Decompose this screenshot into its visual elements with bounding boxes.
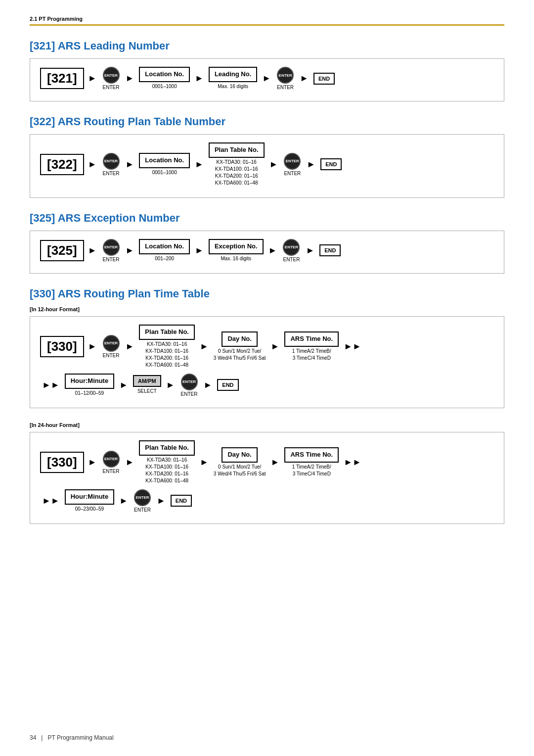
code-330-12hr: [330] <box>40 336 84 357</box>
code-330-24hr: [330] <box>40 452 84 473</box>
arrow-325-1: ► <box>88 245 97 256</box>
location-no-322-label: Location No. <box>139 153 190 168</box>
enter-label-330-12hr-a: ENTER <box>103 353 120 358</box>
hour-minute-330-24hr: Hour:Minute 00–23/00–59 <box>65 489 115 513</box>
location-no-321-label: Location No. <box>139 67 190 82</box>
leading-no-321: Leading No. Max. 16 digits <box>209 67 257 90</box>
ars-time-no-330-24hr-hint: 1 TimeA/2 TimeB/3 TimeC/4 TimeD <box>292 464 331 477</box>
hour-minute-330-24hr-hint: 00–23/00–59 <box>75 506 104 513</box>
day-no-330-12hr: Day No. 0 Sun/1 Mon/2 Tue/3 Wed/4 Thu/5 … <box>214 331 266 362</box>
hour-minute-330-24hr-label: Hour:Minute <box>65 489 115 505</box>
end-321: END <box>313 73 335 85</box>
arrow-5: ► <box>300 73 309 84</box>
enter-circle-321b: ENTER <box>277 67 294 84</box>
page-footer: 34 | PT Programming Manual <box>30 734 114 741</box>
exception-no-325-hint: Max. 16 digits <box>221 255 251 262</box>
arrow-322-3: ► <box>195 159 204 170</box>
day-no-330-24hr-label: Day No. <box>222 447 257 463</box>
enter-btn-321b: ENTER ENTER <box>277 67 294 90</box>
enter-circle-325a: ENTER <box>103 239 120 256</box>
enter-label-330-24hr-b: ENTER <box>134 507 151 513</box>
enter-btn-322a: ENTER ENTER <box>103 153 120 176</box>
section-330-title: [330] ARS Routing Plan Time Table <box>30 287 504 300</box>
arrow-330-24hr-1: ► <box>88 457 97 468</box>
enter-circle-330-12hr-b: ENTER <box>181 374 198 390</box>
arrow-330-12hr-1: ► <box>88 341 97 352</box>
plan-table-no-322: Plan Table No. KX-TDA30: 01–16KX-TDA100:… <box>209 142 265 187</box>
flow-row-330-12hr-1: [330] ► ENTER ENTER ► Plan Table No. KX-… <box>40 325 494 369</box>
day-no-330-12hr-hint: 0 Sun/1 Mon/2 Tue/3 Wed/4 Thu/5 Fri/6 Sa… <box>214 348 266 362</box>
enter-circle-325b: ENTER <box>283 239 300 256</box>
enter-label-321a: ENTER <box>103 85 120 90</box>
section-330-24hr-diagram: [330] ► ENTER ENTER ► Plan Table No. KX-… <box>30 432 504 524</box>
arrow-double-330-24hr-2: ►► <box>42 496 60 506</box>
enter-label-321b: ENTER <box>277 85 294 90</box>
section-330: [330] ARS Routing Plan Time Table [In 12… <box>30 287 504 524</box>
plan-table-no-330-24hr-hint: KX-TDA30: 01–16KX-TDA100: 01–16KX-TDA200… <box>145 457 188 484</box>
arrow-1: ► <box>88 73 97 84</box>
enter-circle-330-12hr-a: ENTER <box>103 335 120 352</box>
end-325: END <box>319 244 341 256</box>
arrow-330-12hr-4: ► <box>271 341 280 352</box>
ars-time-no-330-12hr-hint: 1 TimeA/2 TimeB/3 TimeC/4 TimeD <box>292 348 331 362</box>
select-ampm-330-12hr-box: AM/PM <box>133 375 161 387</box>
arrow-330-12hr-7: ► <box>204 380 213 390</box>
select-ampm-330-12hr-hint: SELECT <box>137 388 157 395</box>
enter-circle-322a: ENTER <box>103 153 120 170</box>
code-322: [322] <box>40 154 84 175</box>
enter-label-322a: ENTER <box>103 171 120 176</box>
exception-no-325-label: Exception No. <box>209 239 264 254</box>
arrow-330-24hr-4: ► <box>271 457 280 468</box>
arrow-3: ► <box>195 73 204 84</box>
flow-row-322: [322] ► ENTER ENTER ► Location No. 0001–… <box>40 142 494 187</box>
end-322: END <box>320 158 342 170</box>
section-321-title: [321] ARS Leading Number <box>30 40 504 52</box>
leading-no-321-label: Leading No. <box>209 67 257 82</box>
enter-btn-330-12hr-a: ENTER ENTER <box>103 335 120 358</box>
section-321-diagram: [321] ► ENTER ENTER ► Location No. 0001–… <box>30 58 504 101</box>
section-label: 2.1 PT Programming <box>30 16 83 22</box>
arrow-2: ► <box>126 73 134 84</box>
enter-btn-325b: ENTER ENTER <box>283 239 300 262</box>
arrow-330-24hr-2: ► <box>126 457 134 468</box>
day-no-330-12hr-label: Day No. <box>222 331 257 347</box>
location-no-322: Location No. 0001–1000 <box>139 153 190 176</box>
code-325: [325] <box>40 240 84 261</box>
sub-label-24hr: [In 24-hour Format] <box>30 422 504 428</box>
arrow-330-24hr-6: ► <box>157 496 166 506</box>
enter-label-330-12hr-b: ENTER <box>181 391 198 397</box>
plan-table-no-330-12hr: Plan Table No. KX-TDA30: 01–16KX-TDA100:… <box>139 325 195 369</box>
arrow-double-330-12hr-1: ►► <box>344 341 361 352</box>
select-ampm-330-12hr: AM/PM SELECT <box>133 375 161 395</box>
enter-btn-322b: ENTER ENTER <box>284 153 301 176</box>
plan-table-no-330-12hr-label: Plan Table No. <box>139 325 195 340</box>
enter-circle-321a: ENTER <box>103 67 120 84</box>
hour-minute-330-12hr-hint: 01–12/00–59 <box>75 390 104 397</box>
arrow-325-5: ► <box>306 245 314 256</box>
arrow-330-24hr-5: ► <box>119 496 128 506</box>
enter-label-325a: ENTER <box>103 257 120 262</box>
plan-table-no-330-24hr-label: Plan Table No. <box>139 440 195 456</box>
arrow-330-24hr-3: ► <box>200 457 209 468</box>
plan-table-no-322-hint: KX-TDA30: 01–16KX-TDA100: 01–16KX-TDA200… <box>215 159 258 187</box>
arrow-330-12hr-2: ► <box>126 341 134 352</box>
enter-label-322b: ENTER <box>284 171 301 176</box>
exception-no-325: Exception No. Max. 16 digits <box>209 239 264 262</box>
end-330-12hr-box: END <box>217 379 238 391</box>
flow-row-321: [321] ► ENTER ENTER ► Location No. 0001–… <box>40 67 494 90</box>
arrow-322-4: ► <box>269 159 278 170</box>
location-no-321: Location No. 0001–1000 <box>139 67 190 90</box>
arrow-322-1: ► <box>88 159 97 170</box>
flow-row-325: [325] ► ENTER ENTER ► Location No. 001–2… <box>40 239 494 262</box>
arrow-325-4: ► <box>268 245 277 256</box>
enter-btn-325a: ENTER ENTER <box>103 239 120 262</box>
location-no-325-hint: 001–200 <box>155 255 174 262</box>
manual-title: PT Programming Manual <box>47 734 113 741</box>
page-number: 34 <box>30 734 36 741</box>
section-325-diagram: [325] ► ENTER ENTER ► Location No. 001–2… <box>30 231 504 274</box>
arrow-322-5: ► <box>307 159 315 170</box>
top-bar: 2.1 PT Programming <box>30 15 504 26</box>
leading-no-321-hint: Max. 16 digits <box>218 83 248 90</box>
hour-minute-330-12hr-label: Hour:Minute <box>65 374 115 389</box>
end-325-box: END <box>319 244 341 256</box>
